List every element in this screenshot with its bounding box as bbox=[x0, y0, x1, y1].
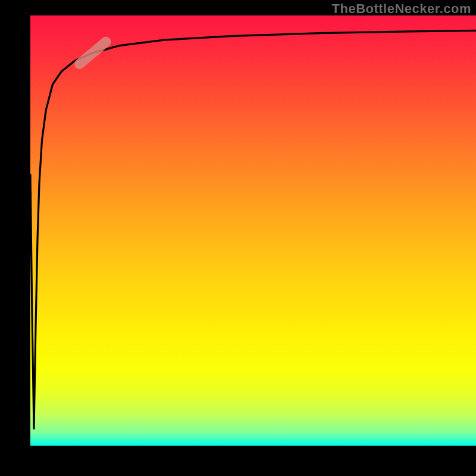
plot-area bbox=[30, 15, 476, 446]
curve-svg bbox=[30, 15, 476, 446]
curve-marker bbox=[73, 35, 113, 71]
bottleneck-curve bbox=[30, 30, 476, 428]
watermark-text: TheBottleNecker.com bbox=[332, 1, 471, 17]
chart-frame: TheBottleNecker.com bbox=[0, 0, 476, 476]
